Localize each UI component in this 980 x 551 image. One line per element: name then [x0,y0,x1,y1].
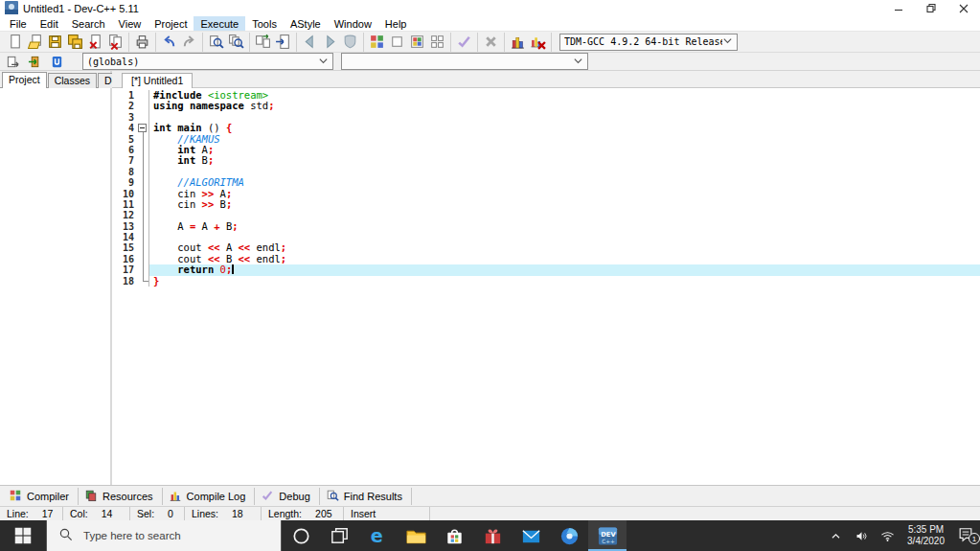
code-text[interactable]: int B; [149,155,980,166]
taskbar-app-cortana[interactable] [282,520,320,551]
open-file-button[interactable] [25,33,45,52]
main-toolbar: TDM-GCC 4.9.2 64-bit Release [0,32,980,53]
taskbar-app-gift-app[interactable] [473,520,512,551]
taskbar-app-mail[interactable] [512,520,550,551]
find-button[interactable] [206,33,226,52]
compile-button[interactable] [367,33,387,52]
menu-file[interactable]: File [3,16,34,31]
fold-toggle[interactable] [137,123,149,133]
menu-window[interactable]: Window [328,16,378,31]
close-button[interactable] [947,0,980,16]
menu-search[interactable]: Search [65,16,112,31]
taskbar-app-dev-cpp[interactable]: DEVC++ [588,520,627,551]
code-text[interactable]: cout << B << endl; [149,254,980,264]
code-text[interactable]: } [149,276,980,287]
code-text[interactable]: //ALGORITMA [149,177,980,188]
report-tab-resources[interactable]: Resources [79,488,163,505]
toolbar-group [250,33,297,52]
members-select[interactable] [341,53,588,70]
back-button[interactable] [300,33,320,52]
run-button[interactable] [387,33,407,52]
menu-project[interactable]: Project [148,16,194,31]
code-text[interactable]: int main () { [149,123,980,133]
globals-select[interactable]: (globals) [82,53,333,70]
code-text[interactable]: int A; [149,145,980,155]
jump-back-button[interactable] [25,52,45,71]
system-tray: 5:35 PM 3/4/2020 1 [823,520,980,551]
menu-astyle[interactable]: AStyle [284,16,328,31]
find-icon [208,34,224,50]
rebuild-all-button[interactable] [427,33,447,52]
status-lines: Lines:18 [185,507,262,520]
code-text[interactable]: //KAMUS [149,134,980,145]
hidden-icons-chevron[interactable] [823,528,849,544]
status-label: Sel: [137,508,154,519]
redo-button[interactable] [179,33,199,52]
undo-button[interactable] [159,33,179,52]
restore-button[interactable] [915,0,947,16]
status-value: 205 [315,508,332,519]
menu-tools[interactable]: Tools [245,16,284,31]
report-tab-compiler[interactable]: Compiler [3,488,79,505]
text-cursor [232,264,234,274]
close-all-button[interactable] [105,33,125,52]
start-button[interactable] [0,520,46,551]
taskbar-search[interactable]: Type here to search [46,520,282,551]
save-button[interactable] [45,33,65,52]
action-center-button[interactable]: 1 [951,525,980,546]
profile-analysis-button[interactable] [508,33,528,52]
code-text[interactable]: cin >> B; [149,199,980,210]
app-icon [5,1,18,16]
goto-line-button[interactable] [273,33,293,52]
delete-profiling-button[interactable] [528,33,548,52]
code-text[interactable] [149,210,980,220]
class-browser-toggle-button[interactable] [47,52,67,71]
editor-tab-untitled1[interactable]: [*] Untitled1 [122,73,193,88]
compile-and-run-button[interactable] [407,33,427,52]
code-text[interactable]: A = A + B; [149,221,980,232]
replace-button[interactable] [253,33,273,52]
close-file-button[interactable] [85,33,105,52]
panel-tab-project[interactable]: Project [2,72,47,88]
code-text[interactable]: return 0; [149,264,980,275]
title-bar: Untitled1 - Dev-C++ 5.11 [0,0,980,16]
taskbar-app-microsoft-store[interactable] [435,520,473,551]
taskbar-app-browser[interactable] [550,520,588,551]
panel-tab-classes[interactable]: Classes [48,73,97,88]
menu-edit[interactable]: Edit [34,16,65,31]
line-number: 12 [112,210,137,220]
taskbar-app-edge[interactable]: e [358,520,397,551]
new-file-button[interactable] [5,33,25,52]
project-tree[interactable] [0,88,110,485]
print-button[interactable] [132,33,152,52]
chevron-down-icon [318,56,329,68]
code-text[interactable] [149,112,980,123]
report-tab-compile-log[interactable]: Compile Log [163,488,256,505]
report-tab-find-results[interactable]: Find Results [320,488,412,505]
network-wifi[interactable] [875,528,900,544]
code-line: 12 [112,210,980,220]
menu-help[interactable]: Help [378,16,414,31]
goto-definition-button[interactable] [3,52,23,71]
code-text[interactable] [149,167,980,177]
compiler-profile-select[interactable]: TDM-GCC 4.9.2 64-bit Release [559,34,738,51]
taskbar-clock[interactable]: 5:35 PM 3/4/2020 [900,524,951,547]
code-text[interactable]: using namespace std; [149,101,980,111]
minimize-button[interactable] [882,0,915,16]
taskbar-app-file-explorer[interactable] [397,520,435,551]
menu-execute[interactable]: Execute [194,16,245,31]
forward-button[interactable] [320,33,340,52]
code-editor[interactable]: 1#include <iostream>2using namespace std… [112,88,980,485]
report-tab-debug[interactable]: Debug [255,488,319,505]
syntax-check-button[interactable] [454,33,474,52]
goto-declaration-button[interactable] [340,33,360,52]
save-all-button[interactable] [65,33,85,52]
line-number: 6 [112,145,137,155]
find-in-files-button[interactable] [226,33,246,52]
menu-view[interactable]: View [112,16,148,31]
line-number: 13 [112,221,137,232]
taskbar-app-task-view[interactable] [320,520,358,551]
code-text[interactable]: cin >> A; [149,189,980,199]
volume[interactable] [849,528,875,544]
abort-compilation-button[interactable] [481,33,501,52]
